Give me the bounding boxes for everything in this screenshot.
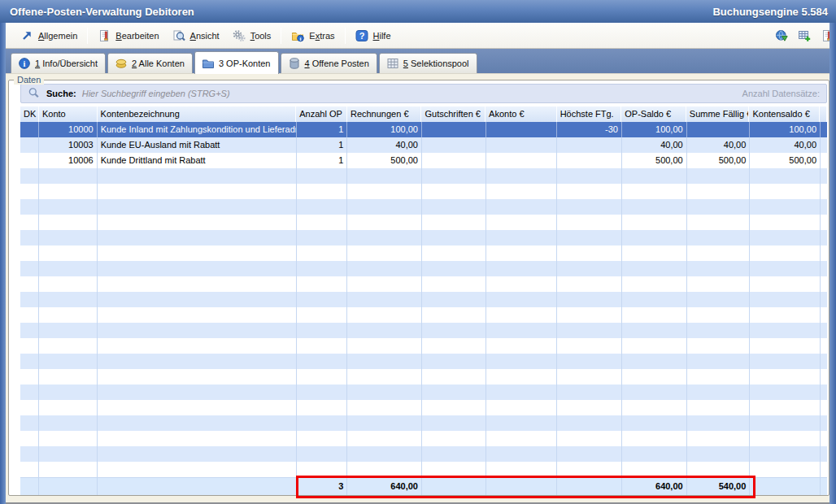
- cell-dk[interactable]: [20, 137, 39, 153]
- cell-höchste-ftg-[interactable]: [557, 153, 622, 168]
- tab-alle-konten[interactable]: 2 Alle Konten: [107, 53, 193, 73]
- cell-konto[interactable]: 10003: [39, 137, 98, 153]
- cell-empty: [622, 245, 687, 261]
- cell-rechnungen-[interactable]: 40,00: [347, 137, 422, 153]
- tab-selektionspool[interactable]: 5 Selektionspool: [379, 53, 477, 73]
- cell-kontenbezeichnung[interactable]: Kunde EU-Ausland mit Rabatt: [98, 137, 297, 153]
- menu-extras[interactable]: iExtras: [285, 26, 341, 46]
- cell-höchste-ftg-[interactable]: [557, 137, 622, 153]
- cell-gutschriften-[interactable]: [422, 153, 486, 168]
- cell-rechnungen-[interactable]: 100,00: [347, 122, 422, 137]
- cell-empty: [422, 323, 486, 338]
- total-konto: [39, 478, 98, 495]
- menu-allgemein[interactable]: Allgemein: [14, 26, 84, 46]
- cell-empty: [750, 415, 821, 431]
- table-empty-row[interactable]: [20, 184, 827, 199]
- menu-bearbeiten[interactable]: Bearbeiten: [91, 26, 165, 46]
- cell-op-saldo-[interactable]: 100,00: [622, 122, 687, 137]
- table-empty-row[interactable]: [20, 261, 827, 276]
- table-row-selected[interactable]: 10000Kunde Inland mit Zahlungskondition …: [20, 122, 827, 137]
- table-empty-row[interactable]: [20, 446, 827, 462]
- column-header-anzahl-op[interactable]: Anzahl OP: [296, 106, 347, 122]
- table-empty-row[interactable]: [20, 292, 827, 307]
- cell-op-saldo-[interactable]: 40,00: [622, 137, 687, 153]
- column-header-akonto-[interactable]: Akonto €: [485, 106, 557, 122]
- cell-empty: [422, 446, 486, 462]
- cell-empty: [687, 323, 751, 338]
- cell-summe-fällig-[interactable]: 40,00: [687, 137, 751, 153]
- cell-dk[interactable]: [20, 122, 39, 137]
- cell-empty: [98, 168, 297, 184]
- table-empty-row[interactable]: [20, 385, 827, 400]
- tab-op-konten[interactable]: 3 OP-Konten: [194, 51, 279, 74]
- column-header-rechnungen-[interactable]: Rechnungen €: [347, 106, 422, 122]
- table-empty-row[interactable]: [20, 215, 827, 230]
- tab-offene-posten[interactable]: 4 Offene Posten: [281, 53, 377, 73]
- table-empty-row[interactable]: [20, 230, 827, 245]
- table-empty-row[interactable]: [20, 199, 827, 215]
- table-empty-row[interactable]: [20, 338, 827, 354]
- cell-akonto-[interactable]: [486, 153, 558, 168]
- table-empty-row[interactable]: [20, 307, 827, 323]
- table-empty-row[interactable]: [20, 276, 827, 292]
- cell-kontenbezeichnung[interactable]: Kunde Drittland mit Rabatt: [98, 153, 297, 168]
- cell-gutschriften-[interactable]: [422, 122, 486, 137]
- cell-akonto-[interactable]: [486, 122, 558, 137]
- table-empty-row[interactable]: [20, 369, 827, 385]
- table-empty-row[interactable]: [20, 431, 827, 446]
- cell-anzahl-op[interactable]: 1: [297, 153, 348, 168]
- tab-label: 4 Offene Posten: [305, 59, 369, 68]
- cell-dk[interactable]: [20, 153, 39, 168]
- cell-konto[interactable]: 10000: [39, 122, 98, 137]
- table-empty-row[interactable]: [20, 354, 827, 369]
- menu-tools[interactable]: Tools: [226, 26, 278, 46]
- cell-empty: [347, 400, 422, 415]
- cell-empty: [347, 415, 422, 431]
- column-header-op-saldo-[interactable]: OP-Saldo €: [621, 106, 686, 122]
- cell-kontensaldo-[interactable]: 40,00: [750, 137, 821, 153]
- menu-ansicht[interactable]: Ansicht: [166, 26, 226, 46]
- table-empty-row[interactable]: [20, 462, 827, 477]
- column-header-dk[interactable]: DK: [20, 106, 39, 122]
- column-header-konto[interactable]: Konto: [39, 106, 98, 122]
- search-input-placeholder[interactable]: Hier Suchbegriff eingeben (STRG+S): [82, 89, 230, 98]
- cell-gutschriften-[interactable]: [422, 137, 486, 153]
- table-empty-row[interactable]: [20, 245, 827, 261]
- title-bar[interactable]: Offene-Posten-Verwaltung Debitoren Buchu…: [0, 0, 836, 23]
- cell-summe-fällig-[interactable]: 500,00: [687, 153, 751, 168]
- menu-hilfe[interactable]: ?Hilfe: [349, 26, 398, 46]
- cell-spacer: [821, 354, 827, 369]
- cell-kontenbezeichnung[interactable]: Kunde Inland mit Zahlungskondition und L…: [98, 122, 297, 137]
- cell-rechnungen-[interactable]: 500,00: [347, 153, 422, 168]
- table-empty-row[interactable]: [20, 168, 827, 184]
- cell-kontensaldo-[interactable]: 100,00: [750, 122, 821, 137]
- table-row[interactable]: 10003Kunde EU-Ausland mit Rabatt140,0040…: [20, 137, 827, 153]
- globe-export-toolbar-button[interactable]: [775, 29, 788, 42]
- table-add-toolbar-button[interactable]: [798, 29, 811, 42]
- cell-kontensaldo-[interactable]: 500,00: [750, 153, 821, 168]
- column-header-summe-fällig-[interactable]: Summe Fällig €: [686, 106, 750, 122]
- column-header-kontenbezeichnung[interactable]: Kontenbezeichnung: [98, 106, 297, 122]
- cell-anzahl-op[interactable]: 1: [297, 137, 348, 153]
- cell-höchste-ftg-[interactable]: -30: [557, 122, 622, 137]
- search-label: Suche:: [46, 89, 76, 98]
- table-row[interactable]: 10006Kunde Drittland mit Rabatt1500,0050…: [20, 153, 827, 168]
- cell-op-saldo-[interactable]: 500,00: [622, 153, 687, 168]
- search-bar[interactable]: Suche: Hier Suchbegriff eingeben (STRG+S…: [20, 84, 827, 103]
- tab-info-übersicht[interactable]: i1 Info/Übersicht: [11, 53, 106, 73]
- column-header-höchste-ftg-[interactable]: Höchste FTg.: [557, 106, 622, 122]
- cell-summe-fällig-[interactable]: [687, 122, 751, 137]
- cell-empty: [20, 168, 39, 184]
- cell-spacer: [821, 400, 827, 415]
- cell-konto[interactable]: 10006: [39, 153, 98, 168]
- column-header-kontensaldo-[interactable]: Kontensaldo €: [749, 106, 820, 122]
- cell-anzahl-op[interactable]: 1: [297, 122, 348, 137]
- table-empty-row[interactable]: [20, 323, 827, 338]
- cell-empty: [557, 230, 622, 245]
- table-empty-row[interactable]: [20, 400, 827, 415]
- cell-empty: [297, 431, 348, 446]
- cell-akonto-[interactable]: [486, 137, 558, 153]
- page-edit-toolbar-button[interactable]: [821, 29, 829, 42]
- table-empty-row[interactable]: [20, 415, 827, 431]
- column-header-gutschriften-[interactable]: Gutschriften €: [421, 106, 485, 122]
